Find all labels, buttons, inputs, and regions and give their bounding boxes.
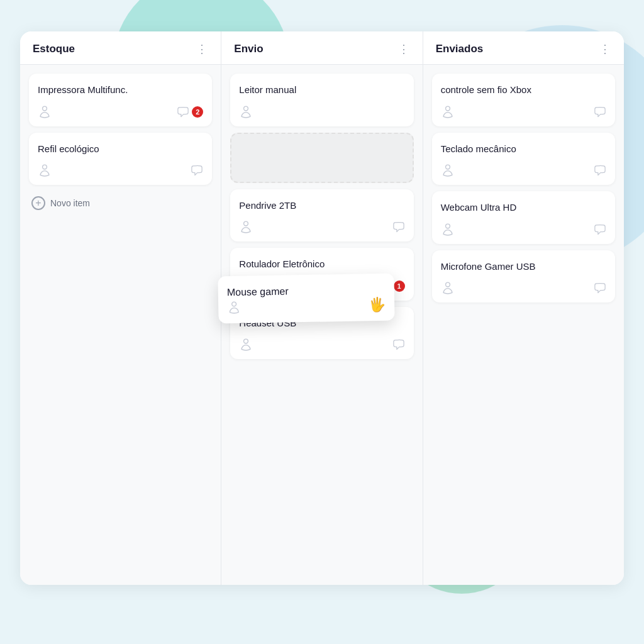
card-title-refil: Refil ecológico xyxy=(38,143,203,155)
card-placeholder-mouse-gamer-placeholder xyxy=(230,133,413,183)
col-menu-icon-enviados[interactable]: ⋮ xyxy=(599,43,611,55)
col-body-enviados: controle sem fio Xbox Teclado mecânico xyxy=(423,65,624,585)
drag-card: Mouse gamer 🖐 xyxy=(218,274,394,324)
user-icon xyxy=(441,281,455,295)
chat-icon xyxy=(594,282,606,294)
card-title-pendrive: Pendrive 2TB xyxy=(239,199,404,212)
col-menu-icon-estoque[interactable]: ⋮ xyxy=(196,43,208,55)
chat-icon xyxy=(594,106,606,118)
user-icon xyxy=(38,164,52,177)
chat-icon xyxy=(191,164,203,177)
card-controle[interactable]: controle sem fio Xbox xyxy=(432,74,615,126)
card-footer-headset xyxy=(239,338,404,352)
card-title-rotulador: Rotulador Eletrônico xyxy=(239,258,404,270)
badge-impressora: 2 xyxy=(192,106,203,118)
user-icon xyxy=(441,164,455,177)
card-leitor[interactable]: Leitor manual xyxy=(230,74,413,126)
card-title-impressora: Impressora Multifunc. xyxy=(38,84,203,96)
chat-group-impressora: 2 xyxy=(177,106,203,118)
chat-group-refil xyxy=(191,164,203,177)
card-refil[interactable]: Refil ecológico xyxy=(29,133,212,186)
chat-icon xyxy=(392,338,405,351)
chat-icon xyxy=(594,164,606,177)
col-menu-icon-envio[interactable]: ⋮ xyxy=(398,43,410,55)
chat-group-headset xyxy=(392,338,405,351)
card-footer-microfone xyxy=(441,281,606,295)
chat-icon xyxy=(177,106,189,118)
card-title-microfone: Microfone Gamer USB xyxy=(441,260,606,273)
chat-icon xyxy=(392,221,405,233)
col-body-estoque: Impressora Multifunc. 2 Refil ecológico xyxy=(20,65,221,585)
user-icon xyxy=(441,223,455,236)
card-footer-controle xyxy=(441,105,606,119)
card-microfone[interactable]: Microfone Gamer USB xyxy=(432,250,615,303)
chat-group-teclado xyxy=(594,164,606,177)
card-impressora[interactable]: Impressora Multifunc. 2 xyxy=(29,74,212,126)
user-icon xyxy=(239,338,253,352)
chat-group-pendrive xyxy=(392,221,405,233)
add-item-estoque[interactable]: + Novo item xyxy=(29,191,212,215)
col-header-envio: Envio ⋮ xyxy=(221,31,422,65)
user-icon xyxy=(239,220,253,234)
chat-group-microfone xyxy=(594,282,606,294)
user-icon xyxy=(239,105,253,119)
chat-icon xyxy=(594,223,606,236)
col-body-envio: Leitor manual Pendrive 2TB Rotulador Ele… xyxy=(221,65,422,585)
col-title-envio: Envio xyxy=(234,43,263,55)
user-icon xyxy=(38,105,52,119)
card-footer-leitor xyxy=(239,105,404,119)
card-footer-webcam xyxy=(441,223,606,236)
card-footer-teclado xyxy=(441,164,606,177)
add-icon-estoque: + xyxy=(31,196,45,210)
card-title-webcam: Webcam Ultra HD xyxy=(441,201,606,214)
card-teclado[interactable]: Teclado mecânico xyxy=(432,133,615,186)
chat-group-webcam xyxy=(594,223,606,236)
col-title-enviados: Enviados xyxy=(436,43,484,55)
column-enviados: Enviados ⋮ controle sem fio Xbox Teclado… xyxy=(423,31,624,585)
card-pendrive[interactable]: Pendrive 2TB xyxy=(230,189,413,242)
drag-card-user-icon xyxy=(227,301,241,314)
user-icon xyxy=(441,105,455,119)
col-header-enviados: Enviados ⋮ xyxy=(423,31,624,65)
card-webcam[interactable]: Webcam Ultra HD xyxy=(432,191,615,244)
card-title-leitor: Leitor manual xyxy=(239,84,404,96)
chat-group-controle xyxy=(594,106,606,118)
col-title-estoque: Estoque xyxy=(33,43,75,55)
card-footer-pendrive xyxy=(239,220,404,234)
card-title-teclado: Teclado mecânico xyxy=(441,143,606,155)
card-footer-refil xyxy=(38,164,203,177)
col-header-estoque: Estoque ⋮ xyxy=(20,31,221,65)
add-label-estoque: Novo item xyxy=(50,198,90,208)
card-footer-impressora: 2 xyxy=(38,105,203,119)
column-estoque: Estoque ⋮ Impressora Multifunc. 2 Refil … xyxy=(20,31,221,585)
card-title-controle: controle sem fio Xbox xyxy=(441,84,606,96)
badge-rotulador: 1 xyxy=(394,280,405,292)
